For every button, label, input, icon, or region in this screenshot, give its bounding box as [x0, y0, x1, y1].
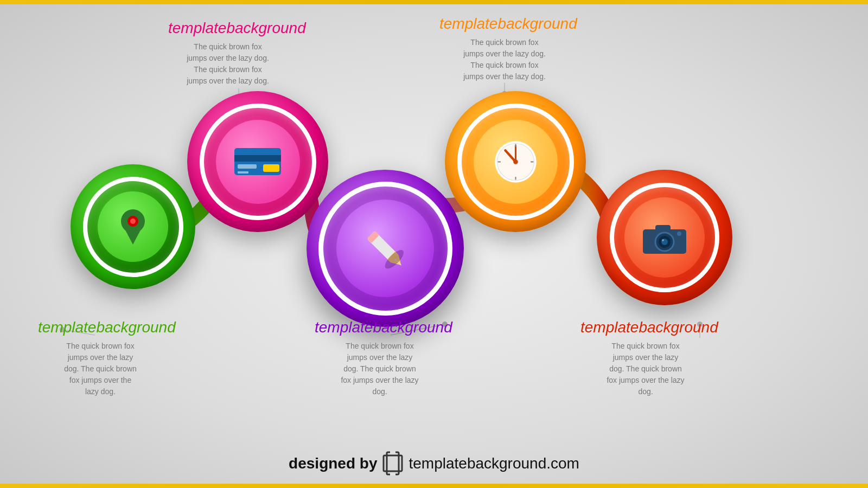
svg-rect-15 [234, 155, 281, 162]
node-location-inner [98, 191, 168, 262]
top-left-title: templatebackground [168, 20, 288, 37]
node-camera [597, 170, 732, 305]
clock-icon [493, 139, 539, 185]
camera-icon [640, 219, 689, 256]
border-bottom [0, 484, 868, 488]
svg-point-40 [677, 232, 681, 236]
svg-point-29 [513, 159, 518, 164]
bottom-center-title: templatebackground [315, 319, 445, 336]
node-creditcard [187, 91, 328, 232]
bottom-right-desc: The quick brown foxjumps over the lazydo… [580, 341, 711, 397]
bottom-right-title: templatebackground [580, 319, 711, 336]
svg-rect-17 [238, 171, 248, 174]
location-pin-icon [117, 208, 149, 246]
svg-rect-35 [655, 225, 671, 232]
node-clock [445, 91, 586, 232]
node-location [71, 164, 195, 289]
top-left-desc: The quick brown foxjumps over the lazy d… [168, 41, 288, 87]
bottom-left-title: templatebackground [38, 319, 163, 336]
footer-brand: templatebackground.com [409, 455, 579, 472]
text-block-top-right: templatebackground The quick brown foxju… [439, 15, 570, 82]
svg-rect-43 [390, 451, 395, 454]
bottom-left-desc: The quick brown foxjumps over the lazydo… [38, 341, 163, 397]
text-block-bottom-left: templatebackground The quick brown foxju… [38, 319, 163, 397]
border-top [0, 0, 868, 4]
svg-rect-18 [263, 164, 279, 172]
node-creditcard-inner [216, 120, 300, 204]
node-pencil-inner [336, 200, 434, 297]
text-block-bottom-center: templatebackground The quick brown foxju… [315, 319, 445, 397]
footer: designed by templatebackground.com [0, 451, 868, 476]
node-clock-inner [474, 120, 558, 204]
svg-point-39 [662, 239, 664, 241]
text-block-bottom-right: templatebackground The quick brown foxju… [580, 319, 711, 397]
pencil-icon [361, 224, 410, 273]
footer-designed-by: designed by [289, 455, 377, 472]
svg-point-13 [130, 219, 136, 224]
credit-card-icon [233, 145, 282, 178]
node-camera-inner [624, 197, 705, 278]
node-pencil [307, 170, 464, 327]
svg-marker-11 [122, 224, 144, 245]
text-block-top-left: templatebackground The quick brown foxju… [168, 20, 288, 87]
main-container: templatebackground The quick brown foxju… [0, 4, 868, 484]
bottom-center-desc: The quick brown foxjumps over the lazydo… [315, 341, 445, 397]
top-right-title: templatebackground [439, 15, 570, 33]
office-icon [382, 451, 403, 476]
svg-rect-44 [390, 473, 395, 476]
svg-rect-16 [238, 164, 257, 169]
top-right-desc: The quick brown foxjumps over the lazy d… [439, 37, 570, 82]
